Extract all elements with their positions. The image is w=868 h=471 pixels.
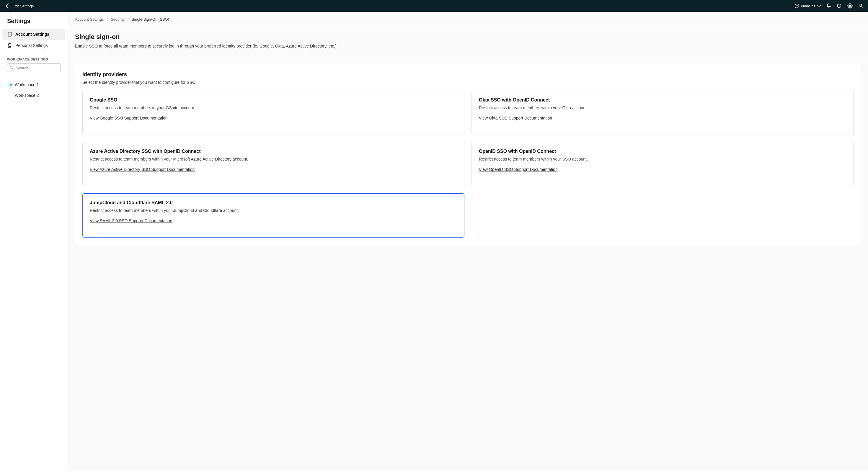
sidebar-item-label: Personal Settings: [16, 43, 48, 48]
provider-title: JumpCloud and Cloudflare SAML 2.0: [90, 200, 457, 206]
workspace-label: Workspace 2: [15, 93, 39, 98]
provider-description: Restrict access to team members in your …: [90, 105, 457, 111]
svg-rect-4: [8, 32, 11, 36]
search-wrap: [2, 63, 65, 74]
main: Account Settings / Security / Single Sig…: [68, 12, 868, 471]
chevron-left-icon: [5, 3, 10, 8]
provider-description: Restrict access to team members within y…: [90, 208, 457, 214]
documents-icon: [7, 43, 12, 48]
breadcrumb-link[interactable]: Account Settings: [75, 17, 104, 22]
provider-card-saml[interactable]: JumpCloud and Cloudflare SAML 2.0 Restri…: [82, 193, 464, 238]
provider-title: Okta SSO with OpenID Connect: [479, 97, 846, 103]
exit-settings-button[interactable]: Exit Settings: [5, 3, 34, 8]
workspace-item[interactable]: Workspace 1: [2, 80, 65, 90]
search-icon: [9, 65, 13, 70]
workspace-search-input[interactable]: [7, 63, 61, 72]
exit-settings-label: Exit Settings: [12, 4, 34, 8]
page-head: Single sign-on Enable SSO to force all t…: [68, 27, 868, 57]
breadcrumb: Account Settings / Security / Single Sig…: [68, 12, 868, 27]
provider-doc-link[interactable]: View Azure Active Directory SSO Support …: [90, 167, 194, 172]
topbar: Exit Settings Need help?: [0, 0, 868, 12]
provider-doc-link[interactable]: View Google SSO Support Documentation: [90, 116, 168, 120]
provider-grid: Google SSO Restrict access to team membe…: [82, 91, 854, 238]
chat-icon[interactable]: [837, 3, 842, 8]
user-icon[interactable]: [858, 3, 863, 8]
svg-rect-5: [8, 43, 11, 46]
provider-title: OpenID SSO with OpenID Connect: [479, 149, 846, 154]
breadcrumb-link[interactable]: Security: [111, 17, 125, 22]
provider-description: Restrict access to team members within y…: [90, 156, 457, 162]
provider-description: Restrict access to team members within y…: [479, 156, 846, 162]
gear-icon[interactable]: [847, 3, 852, 8]
page-title: Single sign-on: [75, 33, 861, 41]
provider-doc-link[interactable]: View OpenID SSO Support Documentation: [479, 167, 558, 172]
workspace-item[interactable]: Workspace 2: [2, 90, 65, 101]
provider-title: Azure Active Directory SSO with OpenID C…: [90, 149, 457, 154]
workspace-list: Workspace 1 Workspace 2: [2, 74, 65, 101]
topbar-right: Need help?: [794, 3, 864, 8]
sidebar: Settings Account Settings Personal Setti…: [0, 12, 68, 471]
help-icon: [794, 3, 800, 8]
workspace-label: Workspace 1: [15, 82, 39, 87]
sidebar-item-account-settings[interactable]: Account Settings: [2, 29, 65, 40]
svg-point-3: [860, 4, 862, 6]
bell-icon[interactable]: [826, 3, 831, 8]
status-dot-icon: [9, 84, 12, 86]
provider-description: Restrict access to team members within y…: [479, 105, 846, 111]
panel-description: Select the identity provider that you wa…: [82, 80, 854, 85]
breadcrumb-current: Single Sign-On (SSO): [132, 17, 169, 22]
provider-card-azure[interactable]: Azure Active Directory SSO with OpenID C…: [82, 142, 464, 186]
need-help-label: Need help?: [801, 4, 821, 8]
provider-card-google[interactable]: Google SSO Restrict access to team membe…: [82, 91, 464, 135]
sidebar-title: Settings: [2, 18, 65, 29]
sidebar-item-personal-settings[interactable]: Personal Settings: [2, 40, 65, 51]
breadcrumb-sep: /: [128, 17, 129, 22]
provider-card-openid[interactable]: OpenID SSO with OpenID Connect Restrict …: [471, 142, 854, 186]
workspace-section-label: WORKSPACE SETTINGS: [2, 51, 65, 63]
sidebar-item-label: Account Settings: [16, 32, 49, 37]
building-icon: [7, 32, 12, 37]
need-help-button[interactable]: Need help?: [794, 3, 821, 8]
breadcrumb-sep: /: [107, 17, 108, 22]
provider-doc-link[interactable]: View SAML 2.0 SSO Support Documentation: [90, 218, 172, 223]
panel-title: Identity providers: [82, 71, 854, 77]
svg-point-1: [797, 7, 797, 7]
provider-doc-link[interactable]: View Okta SSO Support Documentation: [479, 116, 552, 120]
svg-point-6: [10, 66, 12, 68]
provider-card-okta[interactable]: Okta SSO with OpenID Connect Restrict ac…: [471, 91, 854, 135]
svg-point-2: [849, 5, 851, 7]
provider-title: Google SSO: [90, 97, 457, 103]
identity-providers-panel: Identity providers Select the identity p…: [75, 64, 861, 245]
page-description: Enable SSO to force all team members to …: [75, 44, 861, 49]
